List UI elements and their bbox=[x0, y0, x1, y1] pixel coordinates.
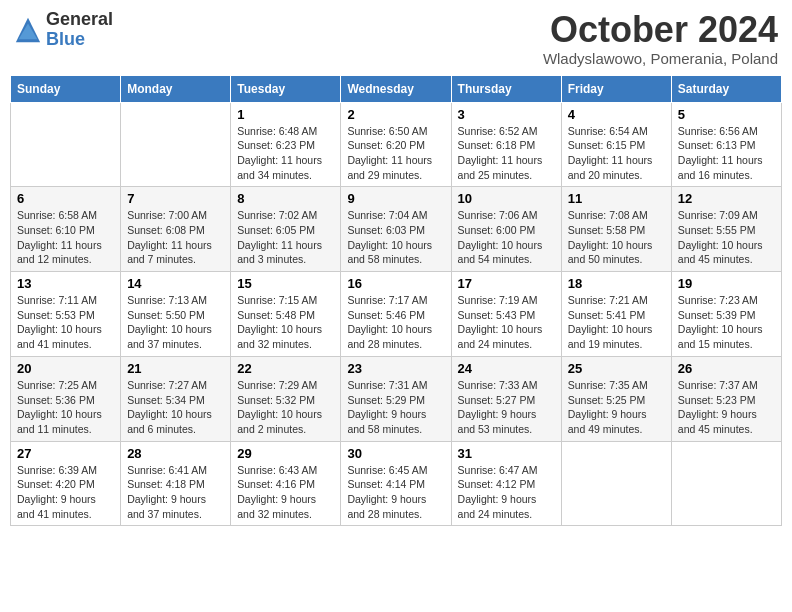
day-number: 12 bbox=[678, 191, 775, 206]
day-info: Sunrise: 6:39 AM Sunset: 4:20 PM Dayligh… bbox=[17, 463, 114, 522]
day-info: Sunrise: 6:41 AM Sunset: 4:18 PM Dayligh… bbox=[127, 463, 224, 522]
day-number: 14 bbox=[127, 276, 224, 291]
day-info: Sunrise: 6:43 AM Sunset: 4:16 PM Dayligh… bbox=[237, 463, 334, 522]
calendar-cell: 22Sunrise: 7:29 AM Sunset: 5:32 PM Dayli… bbox=[231, 356, 341, 441]
day-info: Sunrise: 7:21 AM Sunset: 5:41 PM Dayligh… bbox=[568, 293, 665, 352]
day-info: Sunrise: 7:15 AM Sunset: 5:48 PM Dayligh… bbox=[237, 293, 334, 352]
calendar-week-row: 6Sunrise: 6:58 AM Sunset: 6:10 PM Daylig… bbox=[11, 187, 782, 272]
day-number: 8 bbox=[237, 191, 334, 206]
weekday-header-friday: Friday bbox=[561, 75, 671, 102]
day-info: Sunrise: 7:13 AM Sunset: 5:50 PM Dayligh… bbox=[127, 293, 224, 352]
calendar-cell: 26Sunrise: 7:37 AM Sunset: 5:23 PM Dayli… bbox=[671, 356, 781, 441]
calendar-cell: 2Sunrise: 6:50 AM Sunset: 6:20 PM Daylig… bbox=[341, 102, 451, 187]
weekday-header-monday: Monday bbox=[121, 75, 231, 102]
day-info: Sunrise: 7:19 AM Sunset: 5:43 PM Dayligh… bbox=[458, 293, 555, 352]
calendar-cell: 9Sunrise: 7:04 AM Sunset: 6:03 PM Daylig… bbox=[341, 187, 451, 272]
calendar-cell: 25Sunrise: 7:35 AM Sunset: 5:25 PM Dayli… bbox=[561, 356, 671, 441]
day-info: Sunrise: 7:09 AM Sunset: 5:55 PM Dayligh… bbox=[678, 208, 775, 267]
calendar-cell: 12Sunrise: 7:09 AM Sunset: 5:55 PM Dayli… bbox=[671, 187, 781, 272]
day-info: Sunrise: 7:31 AM Sunset: 5:29 PM Dayligh… bbox=[347, 378, 444, 437]
calendar-cell bbox=[671, 441, 781, 526]
day-info: Sunrise: 7:06 AM Sunset: 6:00 PM Dayligh… bbox=[458, 208, 555, 267]
day-info: Sunrise: 7:29 AM Sunset: 5:32 PM Dayligh… bbox=[237, 378, 334, 437]
calendar-week-row: 27Sunrise: 6:39 AM Sunset: 4:20 PM Dayli… bbox=[11, 441, 782, 526]
day-info: Sunrise: 7:33 AM Sunset: 5:27 PM Dayligh… bbox=[458, 378, 555, 437]
logo-general-text: General bbox=[46, 10, 113, 30]
day-info: Sunrise: 7:17 AM Sunset: 5:46 PM Dayligh… bbox=[347, 293, 444, 352]
day-number: 9 bbox=[347, 191, 444, 206]
calendar-cell: 14Sunrise: 7:13 AM Sunset: 5:50 PM Dayli… bbox=[121, 272, 231, 357]
weekday-header-wednesday: Wednesday bbox=[341, 75, 451, 102]
day-info: Sunrise: 6:56 AM Sunset: 6:13 PM Dayligh… bbox=[678, 124, 775, 183]
day-number: 7 bbox=[127, 191, 224, 206]
day-number: 31 bbox=[458, 446, 555, 461]
day-info: Sunrise: 6:45 AM Sunset: 4:14 PM Dayligh… bbox=[347, 463, 444, 522]
calendar-cell bbox=[121, 102, 231, 187]
calendar-cell: 20Sunrise: 7:25 AM Sunset: 5:36 PM Dayli… bbox=[11, 356, 121, 441]
calendar-cell: 23Sunrise: 7:31 AM Sunset: 5:29 PM Dayli… bbox=[341, 356, 451, 441]
weekday-header-sunday: Sunday bbox=[11, 75, 121, 102]
day-number: 24 bbox=[458, 361, 555, 376]
day-number: 13 bbox=[17, 276, 114, 291]
day-info: Sunrise: 7:25 AM Sunset: 5:36 PM Dayligh… bbox=[17, 378, 114, 437]
day-info: Sunrise: 6:48 AM Sunset: 6:23 PM Dayligh… bbox=[237, 124, 334, 183]
day-number: 11 bbox=[568, 191, 665, 206]
calendar-cell: 21Sunrise: 7:27 AM Sunset: 5:34 PM Dayli… bbox=[121, 356, 231, 441]
day-number: 18 bbox=[568, 276, 665, 291]
day-number: 4 bbox=[568, 107, 665, 122]
calendar-cell: 16Sunrise: 7:17 AM Sunset: 5:46 PM Dayli… bbox=[341, 272, 451, 357]
day-info: Sunrise: 7:23 AM Sunset: 5:39 PM Dayligh… bbox=[678, 293, 775, 352]
calendar-cell: 6Sunrise: 6:58 AM Sunset: 6:10 PM Daylig… bbox=[11, 187, 121, 272]
calendar-cell: 19Sunrise: 7:23 AM Sunset: 5:39 PM Dayli… bbox=[671, 272, 781, 357]
day-number: 21 bbox=[127, 361, 224, 376]
day-info: Sunrise: 6:52 AM Sunset: 6:18 PM Dayligh… bbox=[458, 124, 555, 183]
day-number: 23 bbox=[347, 361, 444, 376]
logo-blue-text: Blue bbox=[46, 30, 113, 50]
day-info: Sunrise: 7:11 AM Sunset: 5:53 PM Dayligh… bbox=[17, 293, 114, 352]
calendar-table: SundayMondayTuesdayWednesdayThursdayFrid… bbox=[10, 75, 782, 527]
day-number: 6 bbox=[17, 191, 114, 206]
day-number: 2 bbox=[347, 107, 444, 122]
day-number: 10 bbox=[458, 191, 555, 206]
day-number: 30 bbox=[347, 446, 444, 461]
calendar-cell: 4Sunrise: 6:54 AM Sunset: 6:15 PM Daylig… bbox=[561, 102, 671, 187]
day-info: Sunrise: 7:02 AM Sunset: 6:05 PM Dayligh… bbox=[237, 208, 334, 267]
calendar-cell: 11Sunrise: 7:08 AM Sunset: 5:58 PM Dayli… bbox=[561, 187, 671, 272]
weekday-header-saturday: Saturday bbox=[671, 75, 781, 102]
day-number: 1 bbox=[237, 107, 334, 122]
day-number: 27 bbox=[17, 446, 114, 461]
calendar-cell: 28Sunrise: 6:41 AM Sunset: 4:18 PM Dayli… bbox=[121, 441, 231, 526]
weekday-header-row: SundayMondayTuesdayWednesdayThursdayFrid… bbox=[11, 75, 782, 102]
calendar-cell: 3Sunrise: 6:52 AM Sunset: 6:18 PM Daylig… bbox=[451, 102, 561, 187]
calendar-cell: 15Sunrise: 7:15 AM Sunset: 5:48 PM Dayli… bbox=[231, 272, 341, 357]
calendar-week-row: 13Sunrise: 7:11 AM Sunset: 5:53 PM Dayli… bbox=[11, 272, 782, 357]
calendar-cell: 8Sunrise: 7:02 AM Sunset: 6:05 PM Daylig… bbox=[231, 187, 341, 272]
calendar-cell bbox=[11, 102, 121, 187]
day-number: 29 bbox=[237, 446, 334, 461]
day-number: 19 bbox=[678, 276, 775, 291]
day-number: 26 bbox=[678, 361, 775, 376]
day-info: Sunrise: 7:08 AM Sunset: 5:58 PM Dayligh… bbox=[568, 208, 665, 267]
calendar-cell: 24Sunrise: 7:33 AM Sunset: 5:27 PM Dayli… bbox=[451, 356, 561, 441]
day-number: 22 bbox=[237, 361, 334, 376]
day-number: 16 bbox=[347, 276, 444, 291]
day-number: 17 bbox=[458, 276, 555, 291]
weekday-header-tuesday: Tuesday bbox=[231, 75, 341, 102]
day-info: Sunrise: 6:58 AM Sunset: 6:10 PM Dayligh… bbox=[17, 208, 114, 267]
calendar-cell: 10Sunrise: 7:06 AM Sunset: 6:00 PM Dayli… bbox=[451, 187, 561, 272]
day-info: Sunrise: 7:04 AM Sunset: 6:03 PM Dayligh… bbox=[347, 208, 444, 267]
day-number: 20 bbox=[17, 361, 114, 376]
page-header: General Blue October 2024 Wladyslawowo, … bbox=[10, 10, 782, 67]
day-number: 5 bbox=[678, 107, 775, 122]
logo-icon bbox=[14, 16, 42, 44]
day-info: Sunrise: 7:27 AM Sunset: 5:34 PM Dayligh… bbox=[127, 378, 224, 437]
day-number: 15 bbox=[237, 276, 334, 291]
logo: General Blue bbox=[14, 10, 113, 50]
day-info: Sunrise: 7:35 AM Sunset: 5:25 PM Dayligh… bbox=[568, 378, 665, 437]
month-title: October 2024 bbox=[543, 10, 778, 50]
day-info: Sunrise: 6:50 AM Sunset: 6:20 PM Dayligh… bbox=[347, 124, 444, 183]
day-number: 28 bbox=[127, 446, 224, 461]
calendar-cell: 1Sunrise: 6:48 AM Sunset: 6:23 PM Daylig… bbox=[231, 102, 341, 187]
day-info: Sunrise: 6:47 AM Sunset: 4:12 PM Dayligh… bbox=[458, 463, 555, 522]
title-block: October 2024 Wladyslawowo, Pomerania, Po… bbox=[543, 10, 778, 67]
